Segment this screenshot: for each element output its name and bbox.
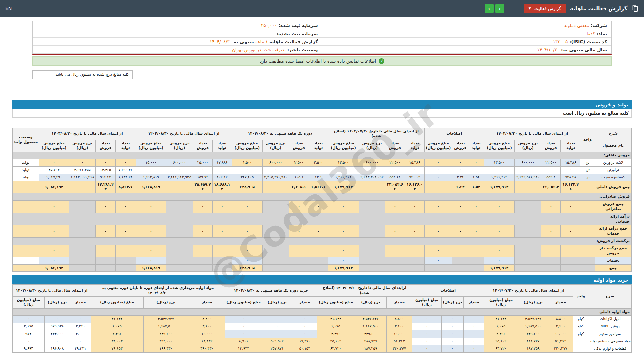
- info-label: منتهی به: [232, 39, 255, 44]
- cell: ۰: [289, 201, 309, 213]
- cell: [115, 264, 136, 272]
- cell: ۷,۶۹۰.۴۶: [115, 166, 136, 174]
- cell: [166, 201, 193, 213]
- cell: ۰: [39, 225, 69, 238]
- cell: ۳,۶۰۰: [386, 323, 412, 330]
- cell: ۰: [424, 257, 452, 264]
- language-toggle[interactable]: EN: [5, 6, 12, 11]
- column-header: خرید دوره یک ماهه منتهی به ۱۴۰۴/۰۸/۳۰: [225, 285, 317, 297]
- cell: [541, 245, 561, 257]
- cell: ۱۵,۳۸۶: [561, 159, 580, 167]
- cell: ۰: [441, 345, 464, 352]
- cell: [262, 264, 289, 272]
- column-header: نرخ فروش (ریال): [359, 140, 385, 152]
- row-label: کنسانتره سرب: [595, 174, 632, 181]
- unit-cell: کیلو: [573, 330, 589, 338]
- row-label: تخفیفات: [595, 257, 632, 264]
- cell: ۰: [412, 316, 441, 323]
- cell: ۰: [13, 338, 45, 345]
- cell: ۲,۵۶۲.۱: [309, 181, 328, 193]
- cell: ۰: [359, 166, 385, 174]
- column-header: مبلغ فروش (میلیون ریال): [136, 140, 166, 152]
- column-header: نرخ فروش (ریال): [515, 140, 541, 152]
- cell: [452, 264, 468, 272]
- cell: ۰: [309, 201, 328, 213]
- cell: [166, 225, 193, 238]
- column-header: نرخ فروش (ریال): [262, 140, 289, 152]
- cell: ۱۰,۰۰۰: [386, 330, 412, 338]
- data-row: تراورتنتن۰۰۰۰۰۰۰۰۰۰۰۰۰۰۰۰۰۰۰۷,۶۹۰.۴۶۱۳,۳…: [13, 166, 632, 174]
- next-report-button[interactable]: ›: [495, 4, 504, 13]
- cell: ۱۵,۳۸۶: [405, 159, 424, 167]
- cell: ۴,۳۹۶: [317, 330, 355, 338]
- cell: [515, 225, 541, 238]
- info-cell: سرمایه ثبت شده: ۲۵۰,۰۰۰: [33, 21, 322, 29]
- cell: ۰: [212, 201, 232, 213]
- section-row: مواد اولیه داخلی: [13, 308, 632, 316]
- cell: ۰: [262, 330, 292, 338]
- topbar: گزارش فعالیت ماهانه گزارش فعالیت ▼ › ‹ E…: [0, 0, 644, 17]
- cell: ۳,۵۳۷,۷۲۷: [518, 316, 548, 323]
- info-value: پذیرفته شده در بورس تهران: [232, 47, 286, 52]
- cell: ۲,۵۰۰: [289, 159, 309, 167]
- cell: ۰: [212, 225, 232, 238]
- cell: [468, 245, 484, 257]
- cell: ۳۴,۰۰۳: [91, 338, 144, 345]
- cell: [262, 245, 289, 257]
- cell: [405, 257, 424, 264]
- cell: ۱,۲۷۹,۹۱۴: [328, 264, 359, 272]
- cell: ۱۶,۱۲۴.۴۸: [561, 181, 580, 193]
- cell: ۱۸۷,۲۵۹: [518, 345, 548, 352]
- info-cell: سرمایه ثبت نشده: ۰: [33, 29, 322, 38]
- column-header: مقدار: [70, 296, 91, 308]
- column-header: مبلغ (میلیون ریال): [13, 296, 45, 308]
- status-cell: تولید: [13, 159, 39, 167]
- row-label: روغن MIBC: [589, 323, 631, 330]
- cell: ۴,۳۹۶: [484, 330, 518, 338]
- cell: ۰: [289, 225, 309, 238]
- cell: ۱.۵۴: [468, 181, 484, 193]
- cell: [289, 264, 309, 272]
- cell: ۰: [464, 316, 484, 323]
- cell: ۲.۲۴: [452, 181, 468, 193]
- cell: ۰: [468, 225, 484, 238]
- data-row: کنسانتره سربتن۷۳۸.۴۸۵۵۲.۴۲,۲۹۲,۵۶۶,۹۸۰۱,…: [13, 174, 632, 181]
- section-row: برگشت از فروش:: [13, 238, 632, 245]
- materials-section: خرید مواد اولیه شرحواحداز ابتدای سال مال…: [12, 275, 632, 352]
- column-header: از ابتدای سال مالی تا تاریخ ۱۴۰۳/۰۸/۳۰: [39, 128, 136, 140]
- cell: ۰: [441, 338, 464, 345]
- cell: [468, 264, 484, 272]
- cell: ۰: [292, 316, 317, 323]
- info-cell: شرکت: معدني دماوند: [322, 21, 611, 29]
- cell: ۰: [232, 166, 262, 174]
- cell: [96, 264, 116, 272]
- section-row: فروش داخلی:: [13, 152, 632, 159]
- cell: ۰: [405, 225, 424, 238]
- column-header: نام محصول: [595, 140, 632, 152]
- cell: [115, 257, 136, 264]
- cell: ۴,۳۹۶: [91, 330, 144, 338]
- report-navigation: › ‹: [485, 4, 504, 13]
- cell: [515, 181, 541, 193]
- cell: ۰: [13, 316, 45, 323]
- unit-cell: تن: [580, 166, 595, 174]
- cell: ۶۸,۸۳۲: [189, 338, 225, 345]
- cell: ۱,۶۱۳,۸۱۹: [136, 174, 166, 181]
- row-label: لاشه تراورتن: [595, 159, 632, 167]
- cell: ۰: [452, 166, 468, 174]
- report-type-dropdown[interactable]: گزارش فعالیت ▼: [524, 4, 566, 13]
- cell: ۰: [385, 225, 405, 238]
- column-header: تعداد فروش: [193, 140, 212, 152]
- column-header: تعداد تولید: [405, 140, 424, 152]
- column-header: واحد: [580, 128, 595, 152]
- cell: ۵۵۲.۴: [541, 174, 561, 181]
- prev-report-button[interactable]: ‹: [485, 4, 494, 13]
- column-header: از ابتدای سال مالی تا تاریخ ۱۴۰۴/۰۷/۳۰: [484, 285, 573, 297]
- cell: ۰: [309, 166, 328, 174]
- cell: ۱۴,۲۸۱.۴۳: [96, 181, 116, 193]
- column-header: تعداد فروش: [452, 140, 468, 152]
- cell: [212, 257, 232, 264]
- data-row: امیل اگزانتاتکیلو۸,۸۰۰۳,۵۳۷,۷۲۷۳۱,۱۳۲۰۰۰…: [13, 316, 632, 323]
- cell: [309, 245, 328, 257]
- cell: [452, 257, 468, 264]
